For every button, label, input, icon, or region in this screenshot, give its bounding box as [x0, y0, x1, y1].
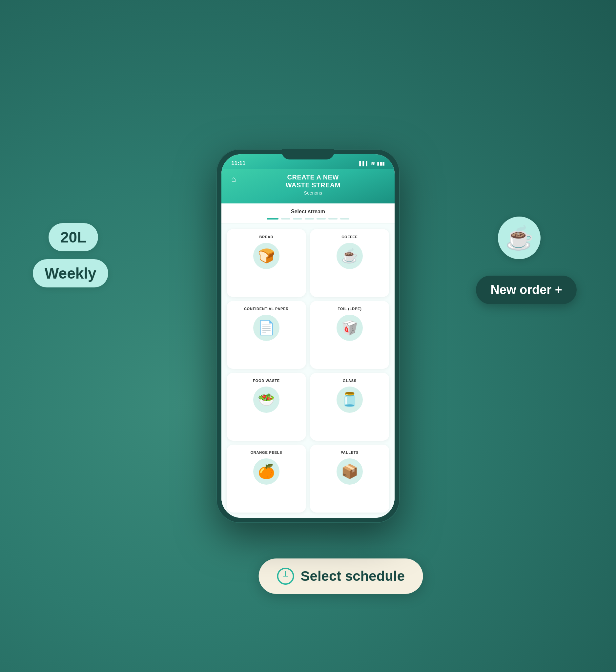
- home-icon[interactable]: ⌂: [231, 174, 236, 184]
- stream-card-coffee[interactable]: COFFEE ☕: [310, 229, 389, 297]
- page-title: CREATE A NEWWASTE STREAM: [241, 173, 385, 189]
- frequency-badge: Weekly: [33, 259, 108, 287]
- stream-grid: BREAD 🍞 COFFEE ☕ CONFIDENTIAL PAPER 📄: [221, 224, 395, 518]
- stream-card-foil-ldpe[interactable]: FOIL (LDPE) 🥡: [310, 301, 389, 369]
- step-dot-3: [293, 218, 302, 219]
- food-waste-icon: 🥗: [253, 387, 279, 413]
- company-name: Seenons: [241, 190, 385, 195]
- stream-card-orange-peels[interactable]: ORANGE PEELS 🍊: [227, 445, 306, 513]
- glass-label: GLASS: [343, 379, 357, 383]
- volume-badge: 20L: [49, 223, 98, 251]
- phone-screen: 11:11 ▌▌▌ ≋ ▮▮▮ ⌂ CREATE A NEWWASTE STRE…: [221, 154, 395, 518]
- step-dot-4: [305, 218, 314, 219]
- step-dots: [228, 218, 388, 219]
- wifi-icon: ≋: [371, 161, 375, 166]
- select-schedule-label: Select schedule: [301, 568, 405, 584]
- step-dot-2: [281, 218, 290, 219]
- confidential-paper-label: CONFIDENTIAL PAPER: [244, 307, 289, 311]
- stream-card-glass[interactable]: GLASS 🫙: [310, 373, 389, 441]
- step-dot-7: [340, 218, 349, 219]
- step-dot-6: [328, 218, 338, 219]
- signal-icon: ▌▌▌: [359, 161, 369, 166]
- status-time: 11:11: [231, 160, 245, 167]
- orange-peels-label: ORANGE PEELS: [250, 451, 282, 455]
- main-content: Select stream BREAD: [221, 203, 395, 518]
- foil-ldpe-label: FOIL (LDPE): [338, 307, 361, 311]
- app-header: ⌂ CREATE A NEWWASTE STREAM Seenons: [221, 169, 395, 203]
- battery-icon: ▮▮▮: [377, 161, 385, 166]
- volume-label: 20L: [60, 229, 86, 246]
- pallets-icon: 📦: [337, 458, 363, 485]
- bread-label: BREAD: [259, 235, 273, 239]
- new-order-badge[interactable]: New order +: [476, 275, 577, 304]
- bread-icon: 🍞: [253, 243, 279, 269]
- stream-card-bread[interactable]: BREAD 🍞: [227, 229, 306, 297]
- status-icons: ▌▌▌ ≋ ▮▮▮: [359, 161, 385, 166]
- coffee-cup-icon: ☕: [505, 224, 534, 251]
- coffee-label: COFFEE: [341, 235, 358, 239]
- step-label: Select stream: [228, 209, 388, 214]
- frequency-label: Weekly: [45, 265, 96, 282]
- scene: 20L Weekly ☕ New order + Select schedule…: [0, 0, 616, 672]
- step-dot-1: [267, 218, 278, 219]
- orange-peels-icon: 🍊: [253, 458, 279, 485]
- phone-shell: 11:11 ▌▌▌ ≋ ▮▮▮ ⌂ CREATE A NEWWASTE STRE…: [216, 149, 400, 523]
- clock-icon: [277, 568, 294, 585]
- select-schedule-badge[interactable]: Select schedule: [259, 559, 423, 594]
- food-waste-label: FOOD WASTE: [253, 379, 280, 383]
- step-indicator: Select stream: [221, 203, 395, 224]
- phone-notch: [282, 154, 334, 159]
- new-order-label: New order +: [490, 283, 562, 296]
- glass-icon: 🫙: [337, 387, 363, 413]
- step-dot-5: [317, 218, 326, 219]
- coffee-icon: ☕: [337, 243, 363, 269]
- coffee-cup-badge: ☕: [498, 216, 541, 259]
- stream-card-pallets[interactable]: PALLETS 📦: [310, 445, 389, 513]
- confidential-paper-icon: 📄: [253, 315, 279, 341]
- pallets-label: PALLETS: [341, 451, 359, 455]
- stream-card-confidential-paper[interactable]: CONFIDENTIAL PAPER 📄: [227, 301, 306, 369]
- stream-card-food-waste[interactable]: FOOD WASTE 🥗: [227, 373, 306, 441]
- header-text: CREATE A NEWWASTE STREAM Seenons: [241, 173, 385, 195]
- foil-ldpe-icon: 🥡: [337, 315, 363, 341]
